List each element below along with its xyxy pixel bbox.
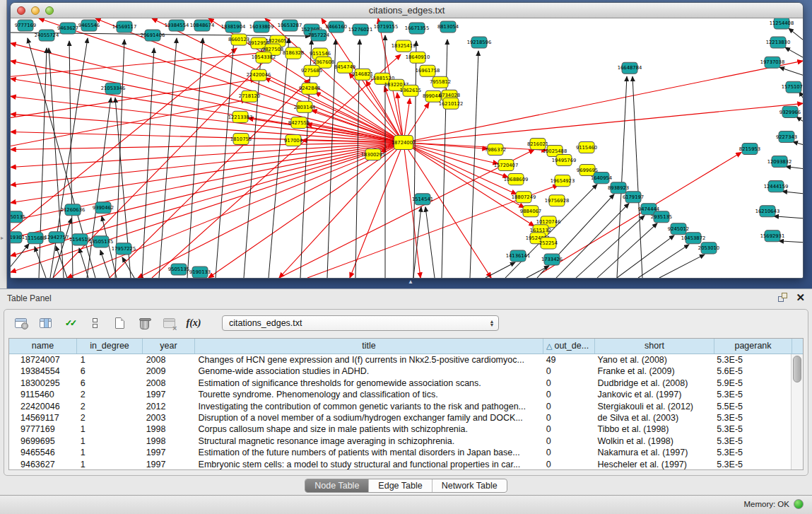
graph-node[interactable]: 19384554 bbox=[165, 20, 189, 31]
table-cell[interactable]: Genome-wide association studies in ADHD. bbox=[195, 366, 543, 377]
table-cell[interactable]: 0 bbox=[543, 424, 594, 435]
table-cell[interactable]: 5.3E-5 bbox=[713, 447, 791, 458]
graph-node[interactable]: 16648784 bbox=[618, 62, 642, 74]
graph-node[interactable]: 3319301 bbox=[11, 232, 25, 243]
table-cell[interactable]: 1 bbox=[77, 459, 143, 469]
column-header-name[interactable]: name bbox=[9, 339, 77, 354]
graph-node[interactable]: 11254408 bbox=[770, 18, 794, 29]
table-cell[interactable]: 9777169 bbox=[9, 424, 77, 435]
graph-node[interactable]: 10688609 bbox=[504, 174, 529, 185]
table-row[interactable]: 1830029562008Estimation of significance … bbox=[9, 378, 791, 389]
graph-node[interactable]: 24055724 bbox=[35, 30, 59, 41]
table-cell[interactable]: 0 bbox=[543, 412, 594, 424]
table-cell[interactable]: 14569117 bbox=[9, 412, 77, 424]
select-columns-icon[interactable]: ✓✓ bbox=[62, 315, 78, 331]
table-cell[interactable]: Dudbridge et al. (2008) bbox=[594, 378, 714, 389]
graph-node[interactable]: 9242848 bbox=[299, 83, 320, 94]
table-cell[interactable]: 0 bbox=[543, 459, 594, 469]
graph-node[interactable]: 15720407 bbox=[494, 160, 519, 171]
graph-node[interactable]: 15276021 bbox=[348, 24, 373, 35]
graph-node[interactable]: 2718120 bbox=[239, 90, 260, 102]
network-graph[interactable]: 8660123891295418226058982750881863281054… bbox=[11, 18, 803, 278]
graph-node[interactable]: 16671355 bbox=[405, 23, 430, 34]
graph-node[interactable]: 7955812 bbox=[430, 76, 451, 88]
graph-node[interactable]: 18325419 bbox=[392, 40, 416, 52]
table-cell[interactable]: 6 bbox=[77, 378, 143, 389]
table-cell[interactable]: 9115460 bbox=[9, 389, 77, 400]
network-window-titlebar[interactable]: citations_edges.txt bbox=[11, 3, 803, 18]
table-row[interactable]: 1938455462009Genome-wide association stu… bbox=[9, 366, 791, 377]
table-cell[interactable]: Franke et al. (2009) bbox=[594, 366, 714, 377]
graph-node[interactable]: 9463627 bbox=[57, 23, 78, 34]
graph-node[interactable]: 2803144 bbox=[294, 101, 315, 112]
delete-column-icon[interactable] bbox=[136, 315, 152, 331]
table-cell[interactable]: 2003 bbox=[143, 412, 195, 424]
graph-node[interactable]: 8186328 bbox=[283, 47, 304, 59]
network-canvas[interactable]: 8660123891295418226058982750881863281054… bbox=[11, 18, 803, 278]
table-cell[interactable]: 0 bbox=[543, 366, 594, 377]
table-cell[interactable]: 2 bbox=[77, 412, 143, 424]
table-cell[interactable]: Tourette syndrome. Phenomenology and cla… bbox=[195, 389, 543, 400]
table-cell[interactable]: 49 bbox=[543, 354, 594, 366]
graph-node[interactable]: 10719155 bbox=[374, 21, 399, 33]
table-cell[interactable]: Investigating the contribution of common… bbox=[195, 401, 543, 412]
graph-node[interactable]: 12213383 bbox=[228, 111, 253, 122]
graph-node[interactable]: 19218596 bbox=[467, 37, 492, 48]
graph-node[interactable]: 8813054 bbox=[437, 21, 459, 33]
graph-node[interactable]: 1154519 bbox=[69, 234, 90, 245]
tab-edge-table[interactable]: Edge Table bbox=[368, 479, 431, 492]
dock-handle-icon[interactable]: ▸ bbox=[1, 235, 4, 241]
graph-node[interactable]: 12444159 bbox=[764, 181, 789, 192]
graph-node[interactable]: 19737038 bbox=[760, 57, 785, 68]
table-cell[interactable]: 1997 bbox=[143, 389, 195, 400]
table-cell[interactable]: 2 bbox=[77, 389, 143, 400]
graph-node[interactable]: 21260636 bbox=[61, 204, 86, 216]
table-row[interactable]: 911546021997Tourette syndrome. Phenomeno… bbox=[9, 389, 791, 400]
table-cell[interactable]: Corpus callosum shape and size in male p… bbox=[195, 424, 543, 435]
table-cell[interactable]: 1 bbox=[77, 354, 143, 366]
graph-node[interactable]: 9329966 bbox=[779, 106, 801, 117]
graph-node[interactable]: 8215953 bbox=[739, 143, 760, 154]
row-height-icon[interactable] bbox=[87, 315, 102, 331]
graph-node[interactable]: 1362615 bbox=[400, 85, 421, 96]
column-header-out-de-[interactable]: △out_de... bbox=[543, 339, 595, 354]
graph-node[interactable]: 14136141 bbox=[506, 250, 531, 262]
column-header-year[interactable]: year bbox=[143, 339, 195, 354]
table-cell[interactable]: Changes of HCN gene expression and I(f) … bbox=[195, 354, 543, 366]
graph-node[interactable]: 10653287 bbox=[278, 20, 302, 31]
network-window[interactable]: citations_edges.txt 86601238912954182260… bbox=[11, 3, 803, 278]
graph-node[interactable]: 7857224 bbox=[308, 30, 329, 41]
memory-status-indicator[interactable] bbox=[794, 499, 804, 509]
table-cell[interactable]: 1 bbox=[77, 436, 143, 447]
graph-node[interactable]: 16961758 bbox=[416, 65, 440, 76]
graph-node[interactable]: 19756928 bbox=[545, 195, 570, 206]
table-select[interactable]: citations_edges.txt ▲▼ bbox=[222, 315, 499, 331]
table-cell[interactable]: 9465546 bbox=[9, 447, 77, 458]
table-cell[interactable]: de Silva et al. (2003) bbox=[594, 412, 714, 424]
column-header-pagerank[interactable]: pagerank bbox=[714, 339, 792, 354]
graph-node[interactable]: 12942757 bbox=[45, 232, 69, 243]
graph-node[interactable]: 1514541 bbox=[412, 194, 433, 205]
table-cell[interactable]: 6 bbox=[77, 366, 143, 377]
table-mode-icon[interactable] bbox=[13, 315, 28, 331]
table-cell[interactable]: Structural magnetic resonance image aver… bbox=[195, 436, 543, 447]
table-row[interactable]: 1872400712008Changes of HCN gene express… bbox=[9, 354, 791, 366]
graph-node[interactable]: 10848674 bbox=[190, 20, 215, 31]
graph-node[interactable]: 252254 bbox=[539, 238, 558, 249]
graph-node[interactable]: 8466160 bbox=[326, 21, 347, 33]
graph-node[interactable]: 20691406 bbox=[141, 30, 165, 41]
show-column-icon[interactable] bbox=[37, 315, 53, 331]
table-cell[interactable]: 1997 bbox=[143, 459, 195, 469]
table-row[interactable]: 2242004622012Investigating the contribut… bbox=[9, 401, 791, 412]
table-cell[interactable]: 1997 bbox=[143, 447, 195, 458]
graph-node[interactable]: 1640954 bbox=[591, 173, 612, 184]
graph-node[interactable]: 12093832 bbox=[767, 156, 792, 168]
table-cell[interactable]: 19384554 bbox=[9, 366, 77, 377]
graph-node[interactable]: 8660123 bbox=[228, 34, 249, 45]
table-cell[interactable]: Yano et al. (2008) bbox=[594, 354, 714, 366]
float-panel-icon[interactable] bbox=[778, 293, 787, 302]
splitter-handle-icon[interactable]: ▲ bbox=[408, 279, 413, 285]
graph-node[interactable]: 1733426 bbox=[541, 254, 563, 265]
graph-node[interactable]: 17957225 bbox=[112, 243, 136, 255]
column-header-title[interactable]: title bbox=[195, 339, 543, 354]
